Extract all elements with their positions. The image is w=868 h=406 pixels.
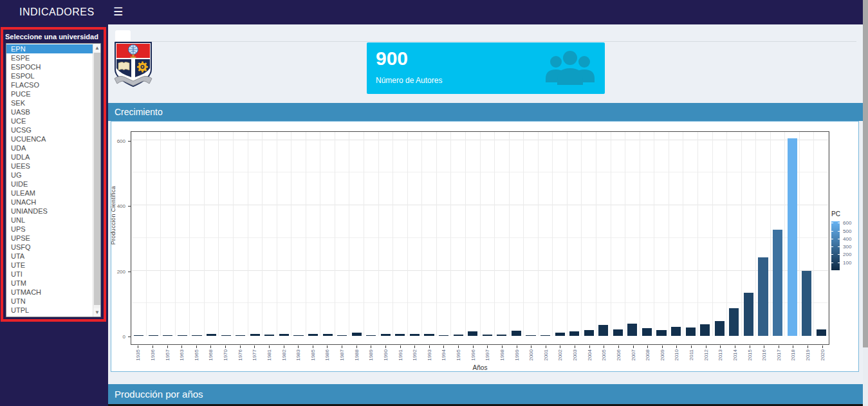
bar-slot-1983 — [291, 132, 306, 336]
hamburger-menu-icon[interactable]: ☰ — [113, 0, 123, 24]
university-option-PUCE[interactable]: PUCE — [6, 89, 93, 98]
university-option-ULEAM[interactable]: ULEAM — [6, 189, 93, 198]
bar-slot-2020 — [814, 132, 829, 336]
x-tick-mark — [443, 346, 444, 348]
university-option-FLACSO[interactable]: FLACSO — [6, 80, 93, 89]
bar-2004 — [584, 330, 594, 336]
bar-2010 — [671, 327, 681, 336]
university-option-USFQ[interactable]: USFQ — [6, 243, 93, 252]
x-tick-mark — [313, 346, 313, 348]
university-option-YACHAY[interactable]: YACHAY — [6, 315, 93, 317]
listbox-scroll-thumb[interactable] — [94, 53, 100, 305]
bar-slot-2019 — [800, 132, 815, 336]
x-tick-label-1991: 1991 — [397, 349, 403, 361]
legend-colorbar: 600500400300200100 — [831, 221, 840, 270]
x-tick-mark — [487, 346, 488, 348]
content-tab[interactable] — [115, 30, 131, 41]
university-option-UCUENCA[interactable]: UCUENCA — [6, 134, 93, 143]
bar-1988 — [352, 333, 362, 336]
x-tick-label-1976: 1976 — [237, 349, 243, 361]
university-option-UDA[interactable]: UDA — [6, 143, 93, 152]
university-option-UTE[interactable]: UTE — [6, 261, 93, 270]
university-option-UPSE[interactable]: UPSE — [6, 234, 93, 243]
scroll-up-icon[interactable]: ▲ — [93, 44, 101, 52]
y-tick-mark — [128, 141, 131, 142]
university-option-UPS[interactable]: UPS — [6, 225, 93, 234]
university-option-EPN[interactable]: EPN — [6, 44, 93, 53]
bar-1965 — [192, 335, 201, 336]
legend-tick-mark — [831, 231, 833, 232]
x-tick-label-2020: 2020 — [819, 349, 825, 361]
sidebar: Seleccione una universidad EPNESPEESPOCH… — [0, 24, 108, 406]
x-tick-label-1996: 1996 — [470, 349, 476, 361]
bar-2016 — [758, 257, 768, 336]
university-option-UG[interactable]: UG — [6, 171, 93, 180]
section-production-header: Producción por años — [108, 384, 863, 404]
university-option-UCE[interactable]: UCE — [6, 116, 93, 125]
x-tick-mark — [458, 346, 459, 348]
listbox-scrollbar[interactable]: ▲ ▼ — [93, 44, 100, 317]
bar-2015 — [744, 293, 753, 336]
bar-slot-1970 — [219, 132, 234, 336]
university-option-UTPL[interactable]: UTPL — [6, 306, 93, 315]
bar-slot-1989 — [364, 132, 379, 336]
bar-2012 — [700, 324, 710, 336]
university-option-ESPOL[interactable]: ESPOL — [6, 71, 93, 80]
bar-slot-2011 — [683, 132, 698, 336]
authors-summary-card: 900 Número de Autores — [367, 42, 605, 94]
university-select-label: Seleccione una universidad — [3, 30, 104, 43]
bar-1995 — [454, 335, 463, 336]
bar-1986 — [323, 334, 333, 336]
university-option-UNL[interactable]: UNL — [6, 216, 93, 225]
university-option-UIDE[interactable]: UIDE — [6, 180, 93, 189]
university-option-UTMACH[interactable]: UTMACH — [6, 288, 93, 297]
bar-slot-2000 — [524, 132, 539, 336]
university-option-UTA[interactable]: UTA — [6, 252, 93, 261]
scroll-down-icon[interactable]: ▼ — [93, 308, 101, 317]
university-option-UASB[interactable]: UASB — [6, 107, 93, 116]
university-option-UTM[interactable]: UTM — [6, 279, 93, 288]
bar-1983 — [293, 335, 303, 336]
university-listbox[interactable]: EPNESPEESPOCHESPOLFLACSOPUCESEKUASBUCEUC… — [6, 43, 101, 317]
x-tick-label-1935: 1935 — [135, 349, 141, 361]
growth-chart-panel: Producción Científica 0200400600 1935193… — [111, 121, 859, 372]
x-tick-label-1990: 1990 — [382, 349, 388, 361]
legend-tick-mark — [831, 223, 833, 223]
x-axis-title: Años — [131, 364, 829, 371]
bar-1981 — [264, 335, 274, 336]
legend-tick-mark — [838, 223, 840, 223]
bar-slot-1977 — [248, 132, 263, 336]
x-tick-mark — [473, 346, 474, 348]
university-option-UCSG[interactable]: UCSG — [6, 125, 93, 134]
page-scrollbar[interactable] — [863, 0, 868, 406]
page-scrollbar-thumb[interactable] — [863, 0, 868, 347]
bar-1996 — [468, 331, 477, 336]
university-option-ESPE[interactable]: ESPE — [6, 53, 93, 62]
x-tick-label-1993: 1993 — [426, 349, 432, 361]
bar-slot-2006 — [611, 132, 626, 336]
x-tick-mark — [750, 346, 750, 348]
university-option-UEES[interactable]: UEES — [6, 161, 93, 171]
university-option-UTI[interactable]: UTI — [6, 270, 93, 279]
bar-slot-1963 — [176, 132, 190, 336]
x-tick-mark — [196, 346, 197, 348]
x-tick-label-2014: 2014 — [732, 349, 737, 361]
bar-2003 — [569, 331, 579, 336]
bar-1999 — [512, 331, 521, 336]
x-tick-mark — [400, 346, 401, 348]
legend-tick-mark — [831, 254, 833, 255]
university-option-SEK[interactable]: SEK — [6, 98, 93, 107]
x-tick-label-1988: 1988 — [353, 349, 359, 361]
bar-1993 — [424, 334, 434, 336]
university-option-ESPOCH[interactable]: ESPOCH — [6, 62, 93, 71]
legend-title: PC — [831, 210, 860, 217]
university-option-UDLA[interactable]: UDLA — [6, 152, 93, 161]
university-option-UTN[interactable]: UTN — [6, 297, 93, 306]
university-option-UNIANDES[interactable]: UNIANDES — [6, 207, 93, 216]
university-option-UNACH[interactable]: UNACH — [6, 198, 93, 207]
bar-slot-1998 — [495, 132, 510, 336]
bar-slot-1987 — [335, 132, 350, 336]
epn-logo — [113, 41, 153, 91]
y-tick-mark — [128, 272, 131, 272]
bar-slot-1982 — [277, 132, 292, 336]
